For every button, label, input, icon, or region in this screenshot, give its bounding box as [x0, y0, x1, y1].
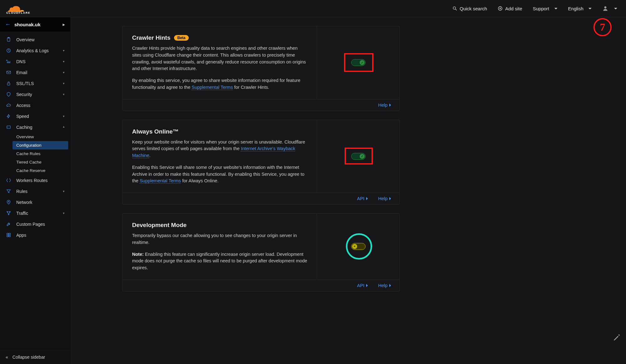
site-selector[interactable]: ← shounak.uk ▶ — [0, 17, 70, 32]
mail-icon — [6, 70, 11, 75]
development-mode-toggle[interactable] — [351, 243, 366, 250]
workers-icon — [6, 178, 11, 183]
svg-point-10 — [6, 60, 7, 61]
back-arrow-icon[interactable]: ← — [5, 22, 11, 27]
help-link[interactable]: Help — [378, 196, 393, 201]
support-menu[interactable]: Support — [533, 6, 557, 11]
drive-icon — [6, 124, 11, 130]
card-crawler-hints: Crawler Hints Beta Crawler Hints provide… — [122, 26, 400, 111]
supplemental-terms-link[interactable]: Supplemental Terms — [140, 178, 181, 184]
beta-badge: Beta — [174, 35, 188, 41]
sidebar-item-label: Speed — [16, 114, 58, 119]
pencil-icon[interactable] — [613, 334, 620, 341]
svg-point-16 — [7, 211, 8, 212]
sidebar-subitem-tiered-cache[interactable]: Tiered Cache — [16, 158, 70, 166]
sidebar-item-label: Network — [16, 200, 64, 205]
chart-icon — [6, 48, 11, 53]
add-site[interactable]: Add site — [498, 6, 522, 11]
sidebar-item-label: Custom Pages — [16, 222, 64, 227]
help-link[interactable]: Help — [378, 103, 393, 108]
sidebar-item-label: SSL/TLS — [16, 81, 58, 86]
sidebar-item-label: Email — [16, 70, 58, 75]
sidebar-item-rules[interactable]: Rules▾ — [0, 186, 70, 197]
language-menu[interactable]: English — [568, 6, 592, 11]
svg-line-2 — [455, 9, 457, 10]
sidebar-nav: OverviewAnalytics & Logs▾DNS▾Email▾SSL/T… — [0, 32, 70, 350]
sidebar-item-ssl-tls[interactable]: SSL/TLS▾ — [0, 78, 70, 89]
collapse-sidebar[interactable]: « Collapse sidebar — [0, 350, 70, 364]
sidebar-item-label: Analytics & Logs — [16, 48, 58, 53]
sidebar-item-label: Caching — [16, 125, 58, 130]
api-link[interactable]: API — [357, 283, 369, 288]
chevron-down-icon: ▾ — [63, 190, 64, 193]
chevron-down-icon: ▴ — [63, 125, 64, 128]
site-name: shounak.uk — [14, 22, 40, 27]
dns-icon — [6, 59, 11, 64]
svg-rect-20 — [9, 233, 10, 235]
sidebar-subitem-cache-rules[interactable]: Cache Rules — [16, 149, 70, 158]
card-always-online: Always Online™ Keep your website online … — [122, 120, 400, 205]
always-online-toggle[interactable] — [351, 153, 366, 160]
sidebar-item-label: Rules — [16, 189, 58, 194]
apps-icon — [6, 232, 11, 238]
sidebar-item-workers-routes[interactable]: Workers Routes — [0, 175, 70, 186]
sidebar-item-label: Access — [16, 103, 64, 108]
sidebar-subitem-cache-reserve[interactable]: Cache Reserve — [16, 166, 70, 175]
sidebar-item-traffic[interactable]: Traffic▾ — [0, 208, 70, 219]
main-content: Crawler Hints Beta Crawler Hints provide… — [70, 17, 626, 364]
sidebar-item-custom-pages[interactable]: Custom Pages — [0, 219, 70, 230]
chevron-down-icon: ▾ — [63, 71, 64, 74]
sidebar-item-dns[interactable]: DNS▾ — [0, 56, 70, 67]
api-link[interactable]: API — [357, 196, 369, 201]
card-title: Always Online™ — [132, 128, 307, 135]
collapse-icon: « — [6, 355, 8, 360]
lock-icon — [6, 81, 11, 86]
quick-search[interactable]: Quick search — [452, 6, 487, 11]
chevron-right-icon: ▶ — [63, 23, 65, 26]
svg-point-6 — [604, 6, 607, 8]
traffic-icon — [6, 210, 11, 216]
crawler-hints-toggle[interactable] — [351, 59, 366, 66]
sidebar-item-analytics-logs[interactable]: Analytics & Logs▾ — [0, 45, 70, 56]
quick-search-label: Quick search — [460, 6, 487, 11]
svg-rect-19 — [7, 233, 8, 235]
supplemental-terms-link[interactable]: Supplemental Terms — [192, 85, 233, 90]
sidebar: ← shounak.uk ▶ OverviewAnalytics & Logs▾… — [0, 17, 70, 364]
clipboard-icon — [6, 37, 11, 42]
sidebar-item-network[interactable]: Network — [0, 197, 70, 208]
sidebar-item-access[interactable]: Access — [0, 100, 70, 111]
cloud-icon — [6, 103, 11, 108]
card-title: Development Mode — [132, 222, 307, 229]
sidebar-subitem-overview[interactable]: Overview — [16, 133, 70, 141]
sidebar-item-label: Workers Routes — [16, 178, 64, 183]
svg-point-14 — [7, 127, 8, 127]
sidebar-item-label: Overview — [16, 37, 64, 42]
wrench-icon — [6, 221, 11, 227]
pin-icon — [6, 200, 11, 205]
help-link[interactable]: Help — [378, 283, 393, 288]
shield-icon — [6, 92, 11, 97]
sidebar-item-overview[interactable]: Overview — [0, 34, 70, 45]
sidebar-item-caching[interactable]: Caching▴ — [0, 122, 70, 133]
sidebar-subitem-configuration[interactable]: Configuration — [13, 141, 68, 149]
user-icon — [602, 5, 608, 12]
account-menu[interactable] — [602, 5, 617, 12]
cloudflare-logo[interactable]: CLOUDFLARE — [6, 3, 34, 14]
sidebar-item-label: Apps — [16, 233, 64, 238]
chevron-down-icon: ▾ — [63, 49, 64, 52]
card-description: Temporarily bypass our cache allowing yo… — [132, 232, 307, 271]
plus-circle-icon — [498, 6, 503, 11]
chevron-down-icon: ▾ — [63, 114, 64, 118]
sidebar-item-speed[interactable]: Speed▾ — [0, 111, 70, 122]
sidebar-item-security[interactable]: Security▾ — [0, 89, 70, 100]
search-icon — [452, 6, 457, 11]
sidebar-item-apps[interactable]: Apps — [0, 230, 70, 240]
card-description: Keep your website online for visitors wh… — [132, 139, 307, 185]
language-label: English — [568, 6, 583, 11]
support-label: Support — [533, 6, 549, 11]
add-site-label: Add site — [505, 6, 522, 11]
card-title: Crawler Hints Beta — [132, 34, 307, 41]
top-bar: CLOUDFLARE Quick search Add site Support… — [0, 0, 626, 17]
sidebar-item-email[interactable]: Email▾ — [0, 67, 70, 78]
chevron-down-icon: ▾ — [63, 93, 64, 96]
